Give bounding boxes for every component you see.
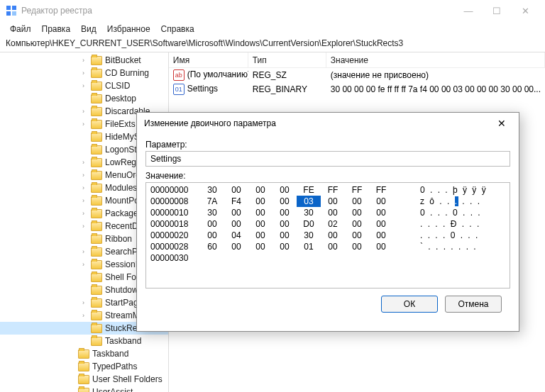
- menu-view[interactable]: Вид: [77, 23, 101, 35]
- hex-byte[interactable]: 00: [248, 196, 272, 207]
- close-button[interactable]: ✕: [511, 6, 539, 16]
- chevron-icon[interactable]: ›: [82, 108, 89, 115]
- tree-item[interactable]: Taskband: [0, 335, 168, 347]
- address-bar[interactable]: Компьютер\HKEY_CURRENT_USER\Software\Mic…: [0, 37, 545, 52]
- hex-byte[interactable]: [200, 252, 224, 264]
- chevron-icon[interactable]: ›: [82, 210, 89, 217]
- hex-byte[interactable]: 00: [200, 230, 224, 241]
- dialog-close-icon[interactable]: ✕: [492, 118, 512, 129]
- hex-byte[interactable]: [224, 252, 248, 264]
- list-row[interactable]: 01SettingsREG_BINARY30 00 00 00 fe ff ff…: [169, 82, 545, 96]
- hex-byte[interactable]: 01: [297, 241, 321, 252]
- hex-byte[interactable]: 00: [345, 230, 369, 241]
- hex-byte[interactable]: [272, 252, 297, 264]
- hex-byte[interactable]: 00: [369, 218, 393, 230]
- chevron-icon[interactable]: ›: [82, 159, 89, 166]
- hex-byte[interactable]: 7A: [200, 196, 224, 207]
- hex-byte[interactable]: D0: [297, 218, 321, 230]
- hex-byte[interactable]: 00: [248, 230, 272, 241]
- hex-byte[interactable]: 00: [369, 207, 393, 218]
- chevron-icon[interactable]: ›: [82, 248, 89, 255]
- hex-byte[interactable]: FF: [369, 184, 393, 196]
- chevron-icon[interactable]: ›: [82, 223, 89, 230]
- tree-item[interactable]: ›UserAssist: [0, 386, 168, 392]
- hex-byte[interactable]: 00: [200, 218, 224, 230]
- hex-byte[interactable]: [297, 252, 321, 264]
- hex-byte[interactable]: [321, 252, 345, 264]
- tree-item[interactable]: ›CLSID: [0, 79, 168, 92]
- col-name[interactable]: Имя: [169, 52, 248, 67]
- hex-byte[interactable]: [248, 252, 272, 264]
- hex-byte[interactable]: 00: [272, 230, 297, 241]
- hex-byte[interactable]: 04: [224, 230, 248, 241]
- hex-byte[interactable]: 00: [369, 230, 393, 241]
- hex-byte[interactable]: 00: [321, 196, 345, 207]
- col-value[interactable]: Значение: [326, 52, 545, 67]
- hex-byte[interactable]: 00: [224, 184, 248, 196]
- param-field[interactable]: [145, 151, 510, 167]
- folder-icon: [91, 184, 102, 193]
- menu-fav[interactable]: Избранное: [103, 23, 155, 35]
- hex-byte[interactable]: 30: [200, 207, 224, 218]
- hex-byte[interactable]: 00: [248, 218, 272, 230]
- hex-byte[interactable]: 30: [200, 184, 224, 196]
- hex-byte[interactable]: 00: [345, 196, 369, 207]
- hex-byte[interactable]: 00: [272, 196, 297, 207]
- hex-byte[interactable]: 00: [369, 241, 393, 252]
- chevron-icon[interactable]: ›: [82, 312, 89, 319]
- hex-byte[interactable]: F4: [224, 196, 248, 207]
- hex-byte[interactable]: 00: [345, 241, 369, 252]
- hex-byte[interactable]: 00: [248, 184, 272, 196]
- hex-byte[interactable]: [345, 252, 369, 264]
- hex-byte[interactable]: 00: [248, 207, 272, 218]
- chevron-icon[interactable]: ›: [82, 69, 89, 77]
- chevron-icon[interactable]: ›: [82, 82, 89, 89]
- hex-byte[interactable]: 02: [321, 218, 345, 230]
- hex-byte[interactable]: 00: [272, 184, 297, 196]
- hex-byte[interactable]: 00: [224, 241, 248, 252]
- hex-byte[interactable]: 00: [272, 241, 297, 252]
- hex-byte[interactable]: 00: [272, 218, 297, 230]
- tree-item[interactable]: Desktop: [0, 92, 168, 105]
- hex-editor[interactable]: 0000000030000000FEFFFFFF0 . . . þ ÿ ÿ ÿ0…: [145, 182, 510, 289]
- chevron-icon[interactable]: ›: [82, 197, 89, 204]
- hex-byte[interactable]: 00: [321, 207, 345, 218]
- maximize-button[interactable]: ☐: [483, 6, 511, 16]
- tree-item[interactable]: TypedPaths: [0, 360, 168, 373]
- hex-byte[interactable]: 03: [297, 196, 321, 207]
- tree-item[interactable]: User Shell Folders: [0, 373, 168, 386]
- menu-help[interactable]: Справка: [157, 23, 199, 35]
- hex-byte[interactable]: 00: [369, 196, 393, 207]
- hex-byte[interactable]: 00: [345, 218, 369, 230]
- hex-byte[interactable]: FE: [297, 184, 321, 196]
- hex-byte[interactable]: 00: [224, 207, 248, 218]
- menu-file[interactable]: Файл: [6, 23, 35, 35]
- chevron-icon[interactable]: ›: [82, 261, 89, 268]
- hex-byte[interactable]: FF: [321, 184, 345, 196]
- tree-item[interactable]: ›CD Burning: [0, 67, 168, 79]
- chevron-icon[interactable]: ›: [82, 121, 89, 128]
- menu-edit[interactable]: Правка: [38, 23, 75, 35]
- hex-byte[interactable]: 00: [321, 230, 345, 241]
- tree-item[interactable]: Taskband: [0, 347, 168, 360]
- hex-byte[interactable]: 30: [297, 230, 321, 241]
- list-row[interactable]: ab(По умолчанию)REG_SZ(значение не присв…: [169, 68, 545, 82]
- hex-byte[interactable]: FF: [345, 184, 369, 196]
- chevron-icon[interactable]: ›: [82, 172, 89, 179]
- hex-byte[interactable]: [369, 252, 393, 264]
- hex-byte[interactable]: 30: [297, 207, 321, 218]
- hex-byte[interactable]: 00: [345, 207, 369, 218]
- hex-byte[interactable]: 60: [200, 241, 224, 252]
- chevron-icon[interactable]: ›: [82, 299, 89, 306]
- tree-item[interactable]: ›BitBucket: [0, 54, 168, 67]
- hex-byte[interactable]: 00: [248, 241, 272, 252]
- col-type[interactable]: Тип: [248, 52, 326, 67]
- hex-byte[interactable]: 00: [224, 218, 248, 230]
- hex-byte[interactable]: 00: [272, 207, 297, 218]
- cancel-button[interactable]: Отмена: [445, 296, 502, 313]
- minimize-button[interactable]: —: [454, 6, 483, 16]
- chevron-icon[interactable]: ›: [82, 57, 89, 64]
- chevron-icon[interactable]: ›: [82, 184, 89, 191]
- hex-byte[interactable]: 00: [321, 241, 345, 252]
- ok-button[interactable]: ОК: [381, 296, 438, 313]
